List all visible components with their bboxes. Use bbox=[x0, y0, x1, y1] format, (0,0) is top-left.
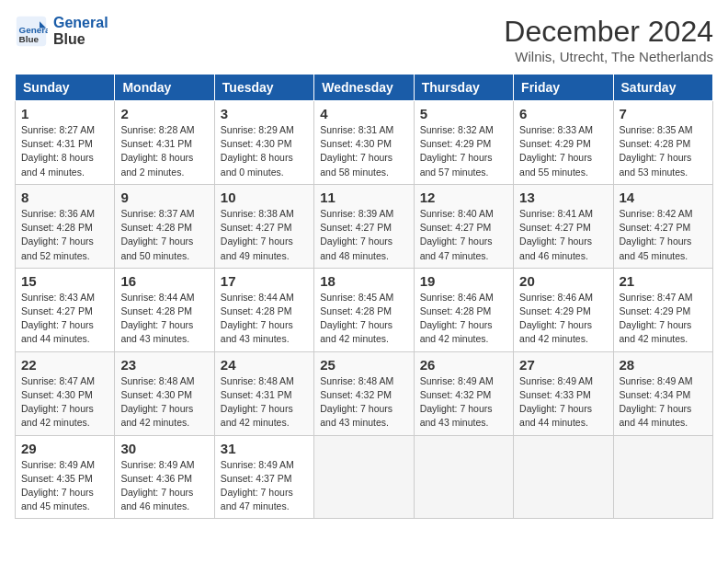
day-number: 4 bbox=[320, 106, 407, 121]
day-info: Sunrise: 8:39 AMSunset: 4:27 PMDaylight:… bbox=[320, 207, 407, 263]
day-info: Sunrise: 8:49 AMSunset: 4:32 PMDaylight:… bbox=[420, 374, 507, 431]
col-header-friday: Friday bbox=[514, 75, 613, 101]
logo-icon: General Blue bbox=[15, 15, 48, 48]
day-info: Sunrise: 8:33 AMSunset: 4:29 PMDaylight:… bbox=[519, 123, 607, 179]
calendar-cell: 14Sunrise: 8:42 AMSunset: 4:27 PMDayligh… bbox=[613, 184, 712, 268]
page-subtitle: Wilnis, Utrecht, The Netherlands bbox=[504, 49, 713, 64]
week-row-1: 1Sunrise: 8:27 AMSunset: 4:31 PMDaylight… bbox=[16, 101, 713, 185]
day-number: 14 bbox=[620, 190, 707, 205]
calendar-cell: 10Sunrise: 8:38 AMSunset: 4:27 PMDayligh… bbox=[214, 184, 313, 268]
calendar-cell: 16Sunrise: 8:44 AMSunset: 4:28 PMDayligh… bbox=[115, 268, 214, 351]
calendar-cell: 25Sunrise: 8:48 AMSunset: 4:32 PMDayligh… bbox=[314, 351, 414, 435]
week-row-2: 8Sunrise: 8:36 AMSunset: 4:28 PMDaylight… bbox=[16, 184, 713, 268]
calendar-cell: 31Sunrise: 8:49 AMSunset: 4:37 PMDayligh… bbox=[214, 435, 313, 519]
week-row-4: 22Sunrise: 8:47 AMSunset: 4:30 PMDayligh… bbox=[16, 351, 713, 435]
calendar-cell bbox=[613, 435, 712, 519]
calendar-cell: 8Sunrise: 8:36 AMSunset: 4:28 PMDaylight… bbox=[16, 184, 115, 268]
day-info: Sunrise: 8:37 AMSunset: 4:28 PMDaylight:… bbox=[120, 207, 208, 263]
day-number: 10 bbox=[221, 190, 308, 205]
calendar-cell: 7Sunrise: 8:35 AMSunset: 4:28 PMDaylight… bbox=[613, 101, 712, 185]
day-number: 26 bbox=[420, 357, 507, 373]
day-info: Sunrise: 8:36 AMSunset: 4:28 PMDaylight:… bbox=[21, 207, 108, 263]
calendar-cell: 15Sunrise: 8:43 AMSunset: 4:27 PMDayligh… bbox=[16, 268, 115, 351]
col-header-saturday: Saturday bbox=[613, 75, 712, 101]
calendar-cell: 17Sunrise: 8:44 AMSunset: 4:28 PMDayligh… bbox=[214, 268, 313, 351]
calendar-cell: 3Sunrise: 8:29 AMSunset: 4:30 PMDaylight… bbox=[214, 101, 313, 185]
logo: General Blue General Blue bbox=[15, 15, 108, 48]
calendar-cell: 5Sunrise: 8:32 AMSunset: 4:29 PMDaylight… bbox=[414, 101, 513, 185]
day-info: Sunrise: 8:48 AMSunset: 4:31 PMDaylight:… bbox=[221, 374, 308, 431]
day-number: 23 bbox=[120, 357, 208, 373]
day-info: Sunrise: 8:49 AMSunset: 4:34 PMDaylight:… bbox=[620, 374, 707, 431]
col-header-sunday: Sunday bbox=[16, 75, 115, 101]
col-header-thursday: Thursday bbox=[414, 75, 513, 101]
calendar-cell: 6Sunrise: 8:33 AMSunset: 4:29 PMDaylight… bbox=[514, 101, 613, 185]
calendar-cell: 26Sunrise: 8:49 AMSunset: 4:32 PMDayligh… bbox=[414, 351, 513, 435]
day-info: Sunrise: 8:42 AMSunset: 4:27 PMDaylight:… bbox=[620, 207, 707, 263]
calendar-cell: 12Sunrise: 8:40 AMSunset: 4:27 PMDayligh… bbox=[414, 184, 513, 268]
day-info: Sunrise: 8:31 AMSunset: 4:30 PMDaylight:… bbox=[320, 123, 407, 179]
calendar-cell: 29Sunrise: 8:49 AMSunset: 4:35 PMDayligh… bbox=[16, 435, 115, 519]
col-header-tuesday: Tuesday bbox=[214, 75, 313, 101]
day-number: 8 bbox=[21, 190, 108, 205]
calendar-cell: 11Sunrise: 8:39 AMSunset: 4:27 PMDayligh… bbox=[314, 184, 414, 268]
day-info: Sunrise: 8:49 AMSunset: 4:35 PMDaylight:… bbox=[21, 458, 108, 514]
day-number: 20 bbox=[519, 273, 607, 289]
day-number: 17 bbox=[221, 273, 308, 289]
day-number: 31 bbox=[221, 441, 308, 456]
day-info: Sunrise: 8:47 AMSunset: 4:29 PMDaylight:… bbox=[620, 291, 707, 347]
day-info: Sunrise: 8:43 AMSunset: 4:27 PMDaylight:… bbox=[21, 291, 108, 347]
calendar-cell bbox=[314, 435, 414, 519]
page-title: December 2024 bbox=[504, 15, 713, 49]
day-info: Sunrise: 8:48 AMSunset: 4:32 PMDaylight:… bbox=[320, 374, 407, 431]
day-info: Sunrise: 8:35 AMSunset: 4:28 PMDaylight:… bbox=[620, 123, 707, 179]
day-number: 29 bbox=[21, 441, 108, 456]
day-info: Sunrise: 8:27 AMSunset: 4:31 PMDaylight:… bbox=[21, 123, 108, 179]
day-number: 19 bbox=[420, 273, 507, 289]
logo-text-line2: Blue bbox=[53, 31, 108, 48]
calendar-cell: 13Sunrise: 8:41 AMSunset: 4:27 PMDayligh… bbox=[514, 184, 613, 268]
day-info: Sunrise: 8:29 AMSunset: 4:30 PMDaylight:… bbox=[221, 123, 308, 179]
calendar-cell: 18Sunrise: 8:45 AMSunset: 4:28 PMDayligh… bbox=[314, 268, 414, 351]
day-info: Sunrise: 8:44 AMSunset: 4:28 PMDaylight:… bbox=[120, 291, 208, 347]
day-info: Sunrise: 8:46 AMSunset: 4:28 PMDaylight:… bbox=[420, 291, 507, 347]
calendar-header-row: SundayMondayTuesdayWednesdayThursdayFrid… bbox=[16, 75, 713, 101]
day-number: 16 bbox=[120, 273, 208, 289]
day-info: Sunrise: 8:44 AMSunset: 4:28 PMDaylight:… bbox=[221, 291, 308, 347]
calendar-cell: 24Sunrise: 8:48 AMSunset: 4:31 PMDayligh… bbox=[214, 351, 313, 435]
calendar-cell: 19Sunrise: 8:46 AMSunset: 4:28 PMDayligh… bbox=[414, 268, 513, 351]
day-number: 13 bbox=[519, 190, 607, 205]
day-number: 30 bbox=[120, 441, 208, 456]
day-info: Sunrise: 8:49 AMSunset: 4:36 PMDaylight:… bbox=[120, 458, 208, 514]
calendar-cell: 4Sunrise: 8:31 AMSunset: 4:30 PMDaylight… bbox=[314, 101, 414, 185]
day-number: 21 bbox=[620, 273, 707, 289]
svg-text:Blue: Blue bbox=[19, 34, 40, 44]
day-info: Sunrise: 8:49 AMSunset: 4:37 PMDaylight:… bbox=[221, 458, 308, 514]
day-info: Sunrise: 8:38 AMSunset: 4:27 PMDaylight:… bbox=[221, 207, 308, 263]
day-number: 9 bbox=[120, 190, 208, 205]
calendar-cell: 1Sunrise: 8:27 AMSunset: 4:31 PMDaylight… bbox=[16, 101, 115, 185]
day-number: 15 bbox=[21, 273, 108, 289]
calendar-cell: 21Sunrise: 8:47 AMSunset: 4:29 PMDayligh… bbox=[613, 268, 712, 351]
calendar-cell: 2Sunrise: 8:28 AMSunset: 4:31 PMDaylight… bbox=[115, 101, 214, 185]
day-info: Sunrise: 8:28 AMSunset: 4:31 PMDaylight:… bbox=[120, 123, 208, 179]
day-number: 5 bbox=[420, 106, 507, 121]
calendar-cell: 20Sunrise: 8:46 AMSunset: 4:29 PMDayligh… bbox=[514, 268, 613, 351]
col-header-wednesday: Wednesday bbox=[314, 75, 414, 101]
day-info: Sunrise: 8:32 AMSunset: 4:29 PMDaylight:… bbox=[420, 123, 507, 179]
day-number: 25 bbox=[320, 357, 407, 373]
calendar-cell bbox=[514, 435, 613, 519]
page-header: General Blue General Blue December 2024 … bbox=[15, 15, 713, 64]
calendar-cell: 22Sunrise: 8:47 AMSunset: 4:30 PMDayligh… bbox=[16, 351, 115, 435]
day-info: Sunrise: 8:40 AMSunset: 4:27 PMDaylight:… bbox=[420, 207, 507, 263]
logo-text-line1: General bbox=[53, 15, 108, 31]
calendar-cell bbox=[414, 435, 513, 519]
day-number: 27 bbox=[519, 357, 607, 373]
day-info: Sunrise: 8:48 AMSunset: 4:30 PMDaylight:… bbox=[120, 374, 208, 431]
day-info: Sunrise: 8:46 AMSunset: 4:29 PMDaylight:… bbox=[519, 291, 607, 347]
day-number: 3 bbox=[221, 106, 308, 121]
day-number: 24 bbox=[221, 357, 308, 373]
calendar-table: SundayMondayTuesdayWednesdayThursdayFrid… bbox=[15, 74, 713, 519]
week-row-3: 15Sunrise: 8:43 AMSunset: 4:27 PMDayligh… bbox=[16, 268, 713, 351]
day-info: Sunrise: 8:45 AMSunset: 4:28 PMDaylight:… bbox=[320, 291, 407, 347]
